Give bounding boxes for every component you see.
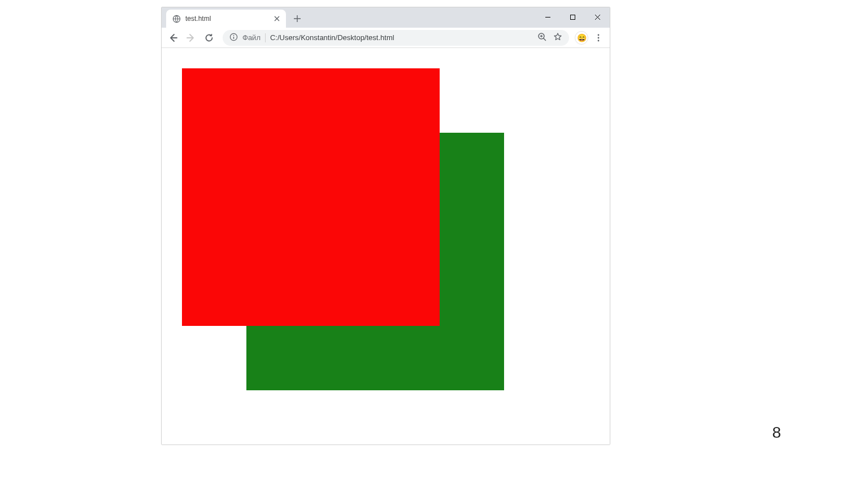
toolbar: Файл C:/Users/Konstantin/Desktop/test.ht… [162,28,610,48]
profile-avatar[interactable]: 😄 [575,31,588,45]
back-button[interactable] [165,30,181,46]
svg-point-3 [233,34,235,36]
titlebar: test.html [162,7,610,28]
reload-button[interactable] [201,30,217,46]
window-controls [535,7,610,27]
svg-point-5 [598,34,600,36]
maximize-button[interactable] [560,8,585,25]
address-scheme-label: Файл [242,33,261,42]
svg-rect-1 [570,15,575,19]
browser-tab[interactable]: test.html [166,10,286,28]
zoom-icon[interactable] [537,32,546,43]
red-square [182,68,440,326]
address-url: C:/Users/Konstantin/Desktop/test.html [270,33,533,42]
divider [265,33,266,42]
page-content [162,48,610,445]
forward-button[interactable] [183,30,199,46]
omnibox-right-icons [537,32,562,43]
star-icon[interactable] [553,32,562,43]
minimize-button[interactable] [535,8,560,25]
profile-emoji: 😄 [577,33,587,42]
close-window-button[interactable] [585,8,610,25]
tab-title: test.html [185,15,268,23]
info-icon [229,33,238,43]
browser-window: test.html [161,7,610,445]
close-tab-button[interactable] [272,14,281,23]
new-tab-button[interactable] [289,11,305,27]
globe-icon [172,14,181,23]
svg-point-7 [598,40,600,41]
slide-page-number: 8 [772,424,781,442]
address-bar[interactable]: Файл C:/Users/Konstantin/Desktop/test.ht… [223,30,569,46]
menu-button[interactable] [591,30,606,46]
svg-point-6 [598,37,600,38]
